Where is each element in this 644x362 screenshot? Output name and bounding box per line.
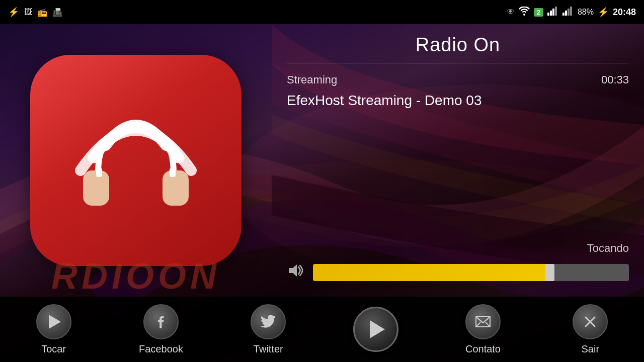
notification-badge: 2 [534,8,543,17]
twitter-icon [261,315,276,328]
facebook-button[interactable]: Facebook [107,297,214,362]
tocar-label: Tocar [41,343,66,355]
facebook-icon [153,314,169,329]
svg-rect-0 [547,13,549,16]
center-play-circle [353,307,398,352]
svg-rect-11 [83,170,109,206]
contato-label: Contato [465,343,501,355]
facebook-btn-circle [143,304,179,339]
wifi-icon [519,7,530,18]
tape-icon: 📠 [52,8,62,17]
lightning-icon: ⚡ [598,7,609,18]
volume-track[interactable] [313,264,629,281]
svg-rect-3 [555,7,557,16]
sair-btn-circle [573,304,608,339]
volume-thumb[interactable] [545,264,554,281]
twitter-label: Twitter [254,343,283,355]
watermark-text: RDIOON [0,255,272,297]
center-play-button[interactable] [322,297,429,362]
email-icon [475,316,491,328]
app-title: Radio On [287,34,629,56]
contato-btn-circle [465,304,501,339]
right-section: Radio On Streaming 00:33 EfexHost Stream… [272,24,644,297]
time-counter: 00:33 [601,73,629,86]
track-title: EfexHost Streaming - Demo 03 [287,93,629,109]
svg-rect-2 [552,9,554,16]
svg-rect-7 [570,7,572,16]
svg-marker-15 [289,264,297,277]
svg-rect-1 [550,11,552,16]
sair-button[interactable]: Sair [537,297,644,362]
battery-percentage: 88% [578,8,594,17]
tocar-btn-circle [36,304,71,339]
svg-rect-6 [568,9,570,16]
svg-rect-4 [562,13,565,16]
svg-rect-14 [170,168,176,177]
close-icon [583,314,598,329]
svg-rect-13 [96,168,102,177]
svg-rect-5 [565,11,567,16]
volume-fill [313,264,550,281]
status-time: 20:48 [613,7,636,18]
image-icon: 🖼 [24,8,32,17]
volume-icon [287,263,305,282]
twitter-btn-circle [251,304,286,339]
tocando-status: Tocando [287,242,629,255]
signal-icon-2 [562,7,574,18]
app-icon [30,55,242,266]
volume-control[interactable] [287,263,629,282]
streaming-info-row: Streaming 00:33 [287,73,629,86]
bottom-bar: Tocar Facebook Twitter [0,297,644,362]
sair-label: Sair [582,343,600,355]
twitter-button[interactable]: Twitter [215,297,322,362]
status-left-icons: ⚡ 🖼 📻 📠 [8,7,62,18]
svg-rect-12 [163,170,189,206]
radio-app-icon: 📻 [37,8,47,17]
title-divider [287,63,629,63]
usb-icon: ⚡ [8,7,19,18]
streaming-label: Streaming [287,73,337,86]
tocar-button[interactable]: Tocar [0,297,107,362]
status-bar: ⚡ 🖼 📻 📠 👁 2 [0,0,644,24]
play-center-icon [370,320,385,338]
signal-icon [547,7,558,18]
eye-icon: 👁 [507,8,515,17]
status-right-icons: 👁 2 88% [507,7,636,18]
play-icon [49,315,61,329]
contato-button[interactable]: Contato [429,297,536,362]
facebook-label: Facebook [139,343,183,355]
headphone-icon [60,85,211,236]
